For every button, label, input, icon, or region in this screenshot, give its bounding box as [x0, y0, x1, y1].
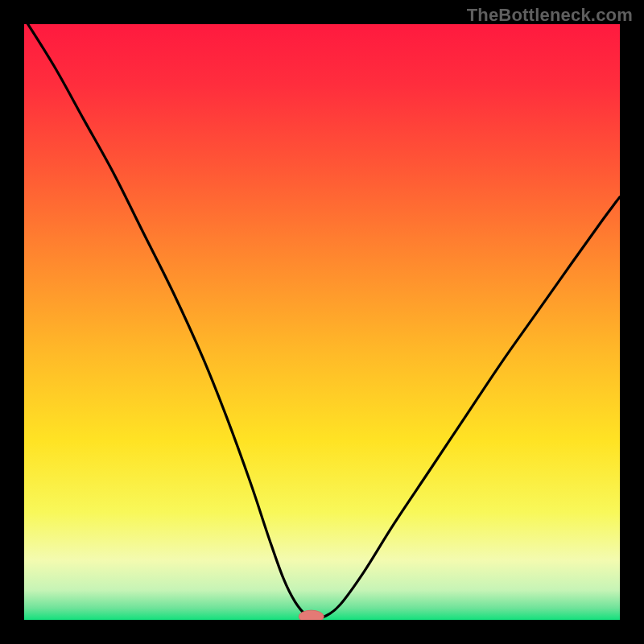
plot-area [24, 24, 620, 620]
minimum-marker [299, 610, 324, 620]
watermark-text: TheBottleneck.com [467, 5, 633, 26]
chart-frame: TheBottleneck.com [0, 0, 644, 644]
plot-svg [24, 24, 620, 620]
